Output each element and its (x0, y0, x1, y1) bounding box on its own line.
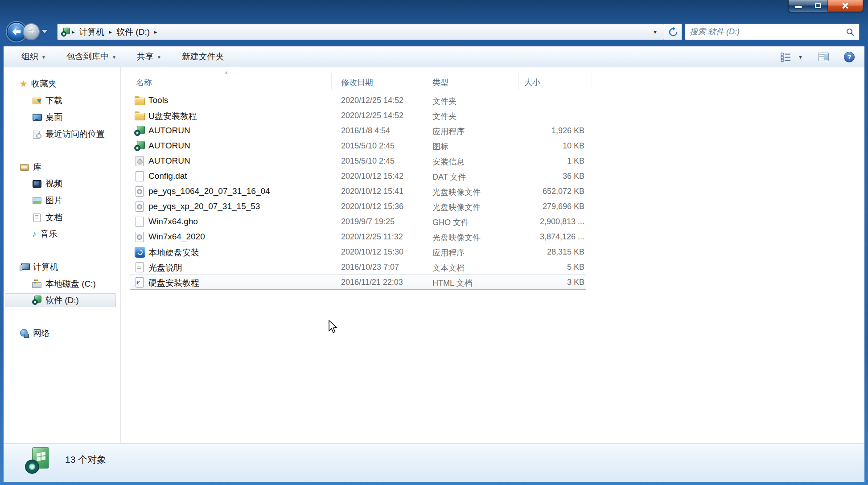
disc-image-icon (134, 231, 145, 242)
sidebar-item-label: 网络 (33, 328, 50, 339)
close-button[interactable] (828, 0, 863, 12)
search-input[interactable] (690, 27, 846, 37)
sidebar-item-computer[interactable]: 计算机 (4, 260, 118, 274)
network-icon (20, 329, 29, 338)
sidebar-item-drive-d[interactable]: 软件 (D:) (4, 293, 118, 307)
file-name: AUTORUN (148, 126, 190, 136)
file-row[interactable]: 本地硬盘安装 2020/10/12 15:30 应用程序 28,315 KB (121, 244, 864, 259)
text-document-icon (134, 262, 145, 272)
mouse-cursor (328, 320, 339, 333)
file-date: 2020/10/12 15:41 (341, 187, 403, 196)
file-type: 安装信息 (432, 156, 465, 167)
column-header-date[interactable]: 修改日期 (341, 77, 373, 88)
chevron-down-icon: ▼ (157, 53, 161, 60)
refresh-button[interactable] (664, 24, 682, 40)
sidebar-item-recent-places[interactable]: 最近访问的位置 (4, 127, 118, 141)
file-row[interactable]: Win7x64.gho 2019/9/7 19:25 GHO 文件 2,900,… (121, 214, 864, 229)
file-date: 2020/10/12 15:36 (341, 202, 403, 211)
file-name: Tools (148, 95, 168, 105)
sidebar-item-videos[interactable]: 视频 (4, 177, 118, 190)
file-row[interactable]: U盘安装教程 2020/12/25 14:52 文件夹 (121, 108, 864, 123)
status-bar: 13 个对象 (4, 443, 864, 482)
favorites-star-icon: ★ (20, 79, 27, 88)
file-date: 2020/12/25 14:52 (341, 96, 403, 105)
sidebar-item-pictures[interactable]: 图片 (4, 193, 118, 207)
file-date: 2016/1/8 4:54 (341, 126, 390, 136)
sidebar-item-favorites[interactable]: ★ 收藏夹 (4, 77, 118, 90)
libraries-icon (20, 162, 29, 172)
maximize-icon (815, 3, 821, 8)
sidebar-item-documents[interactable]: 文档 (4, 210, 118, 224)
new-folder-button[interactable]: 新建文件夹 (177, 48, 229, 65)
file-type: 光盘映像文件 (432, 232, 481, 243)
column-header-name[interactable]: 名称 (136, 77, 152, 88)
maximize-button[interactable] (808, 0, 828, 12)
file-date: 2015/5/10 2:45 (341, 156, 395, 166)
sidebar-item-music[interactable]: ♪ 音乐 (4, 227, 118, 241)
column-divider[interactable] (425, 73, 425, 90)
file-row[interactable]: AUTORUN 2015/5/10 2:45 安装信息 1 KB (121, 153, 864, 169)
breadcrumb-computer[interactable]: 计算机 (77, 26, 107, 38)
file-row[interactable]: pe_yqs_xp_20_07_31_15_53 2020/10/12 15:3… (121, 199, 864, 214)
address-dropdown-icon[interactable]: ▼ (653, 29, 658, 35)
file-date: 2016/11/21 22:03 (341, 278, 403, 287)
file-row[interactable]: pe_yqs_1064_20_07_31_16_04 2020/10/12 15… (121, 184, 864, 199)
sidebar-item-network[interactable]: 网络 (4, 326, 118, 340)
breadcrumb-arrow-icon[interactable]: ▸ (152, 29, 159, 35)
documents-icon (32, 213, 41, 222)
file-row[interactable]: Tools 2020/12/25 14:52 文件夹 (121, 93, 864, 108)
sidebar-item-downloads[interactable]: 下载 (4, 94, 118, 107)
file-name: pe_yqs_xp_20_07_31_15_53 (148, 201, 260, 211)
sidebar-item-desktop[interactable]: 桌面 (4, 110, 118, 124)
breadcrumb-drive-d[interactable]: 软件 (D:) (114, 26, 152, 38)
file-name: Config.dat (148, 171, 187, 181)
address-bar[interactable]: ▸ 计算机 ▸ 软件 (D:) ▸ ▼ (57, 24, 664, 40)
window-controls (788, 0, 863, 12)
include-in-library-button[interactable]: 包含到库中 ▼ (62, 48, 121, 65)
search-icon[interactable] (846, 28, 855, 37)
file-row-selected[interactable]: e 硬盘安装教程 2016/11/21 22:03 HTML 文档 3 KB (121, 275, 864, 290)
file-date: 2020/10/12 15:42 (341, 172, 403, 181)
help-button[interactable]: ? (842, 50, 856, 64)
column-header-size[interactable]: 大小 (524, 77, 540, 88)
column-divider[interactable] (518, 73, 519, 90)
folder-icon (134, 95, 145, 106)
recent-pages-chevron-icon[interactable] (42, 30, 47, 33)
change-view-button[interactable]: ▼ (779, 50, 805, 64)
recent-places-icon (32, 129, 41, 139)
column-divider[interactable] (592, 73, 592, 90)
breadcrumb-arrow-icon[interactable]: ▸ (70, 29, 77, 35)
file-date: 2020/12/25 11:32 (341, 232, 403, 242)
file-row[interactable]: AUTORUN 2015/5/10 2:45 图标 10 KB (121, 138, 864, 153)
file-row[interactable]: Win7x64_2020 2020/12/25 11:32 光盘映像文件 3,8… (121, 229, 864, 244)
minimize-button[interactable] (789, 0, 808, 12)
desktop-icon (32, 112, 41, 122)
views-icon (781, 52, 791, 62)
share-button[interactable]: 共享 ▼ (132, 48, 166, 65)
chevron-down-icon: ▼ (41, 53, 46, 60)
file-name: 本地硬盘安装 (148, 247, 199, 259)
disc-image-icon (134, 201, 145, 212)
file-row[interactable]: 光盘说明 2016/10/23 7:07 文本文档 5 KB (121, 259, 864, 275)
file-row[interactable]: Config.dat 2020/10/12 15:42 DAT 文件 36 KB (121, 169, 864, 184)
file-date: 2019/9/7 19:25 (341, 217, 395, 226)
close-icon (841, 2, 849, 10)
organize-button[interactable]: 组织 ▼ (17, 48, 50, 65)
file-row[interactable]: AUTORUN 2016/1/8 4:54 应用程序 1,926 KB (121, 123, 864, 138)
forward-button[interactable] (23, 23, 40, 40)
file-name: Win7x64.gho (148, 217, 198, 226)
file-date: 2020/12/25 14:52 (341, 111, 403, 120)
search-box (685, 24, 860, 40)
column-divider[interactable] (331, 73, 332, 90)
videos-icon (32, 179, 41, 188)
sidebar-item-libraries[interactable]: 库 (4, 160, 118, 174)
breadcrumb-arrow-icon[interactable]: ▸ (107, 29, 114, 35)
file-type: DAT 文件 (432, 172, 466, 182)
sidebar-item-label: 软件 (D:) (45, 295, 79, 306)
sidebar-item-local-disk-c[interactable]: 本地磁盘 (C:) (4, 277, 118, 291)
file-type: 文件夹 (432, 111, 457, 122)
preview-pane-button[interactable] (816, 51, 831, 63)
file-name: 光盘说明 (148, 262, 182, 274)
back-arrow-icon (12, 28, 21, 36)
column-header-type[interactable]: 类型 (432, 77, 448, 88)
